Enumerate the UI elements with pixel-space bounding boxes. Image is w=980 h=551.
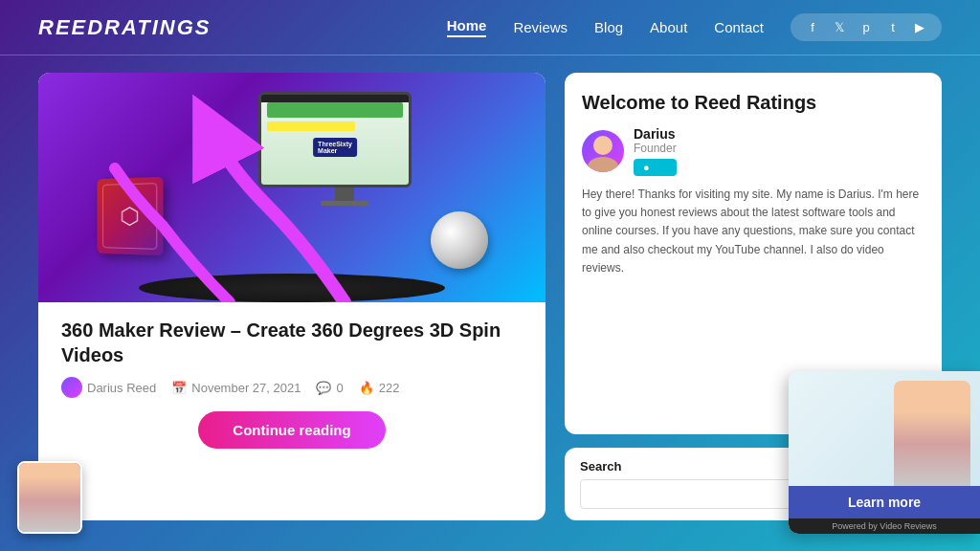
view-count: 222 bbox=[379, 381, 400, 395]
author-info: Darius Founder ● bbox=[634, 126, 677, 176]
floating-thumbnail[interactable] bbox=[17, 461, 82, 534]
main-nav: Home Reviews Blog About Contact f 𝕏 p t … bbox=[447, 13, 942, 41]
product-box: ⬡ bbox=[96, 178, 182, 274]
tumblr-icon[interactable]: t bbox=[884, 20, 902, 34]
header: ReedRatings Home Reviews Blog About Cont… bbox=[0, 0, 980, 55]
author-link-button[interactable]: ● bbox=[634, 159, 677, 176]
svg-point-1 bbox=[588, 157, 618, 172]
author-row: Darius Founder ● bbox=[582, 126, 924, 176]
article-body: 360 Maker Review – Create 360 Degrees 3D… bbox=[38, 302, 546, 462]
monitor-base bbox=[321, 201, 368, 206]
continue-reading-button[interactable]: Continue reading bbox=[198, 411, 385, 449]
article-title: 360 Maker Review – Create 360 Degrees 3D… bbox=[61, 318, 523, 367]
author-avatar bbox=[582, 130, 624, 172]
powered-by-label: Powered by Video Reviews bbox=[789, 518, 980, 534]
learn-more-button[interactable]: Learn more bbox=[789, 486, 980, 518]
site-logo[interactable]: ReedRatings bbox=[38, 15, 212, 40]
screen-bar-2 bbox=[267, 121, 355, 131]
nav-reviews[interactable]: Reviews bbox=[513, 19, 568, 35]
nav-home[interactable]: Home bbox=[447, 17, 487, 37]
monitor-screen: ThreeSixtyMaker bbox=[258, 92, 412, 187]
author-avatar-small bbox=[61, 377, 82, 398]
welcome-text: Hey there! Thanks for visiting my site. … bbox=[582, 186, 924, 277]
video-preview bbox=[789, 371, 980, 486]
video-person-image bbox=[894, 381, 970, 486]
nav-contact[interactable]: Contact bbox=[714, 19, 764, 35]
views-icon: 🔥 bbox=[359, 381, 374, 395]
meta-date: 📅 November 27, 2021 bbox=[171, 381, 301, 395]
calendar-icon: 📅 bbox=[171, 381, 187, 395]
article-date: November 27, 2021 bbox=[191, 381, 301, 395]
nav-blog[interactable]: Blog bbox=[594, 19, 623, 35]
comment-icon: 💬 bbox=[316, 381, 331, 395]
facebook-icon[interactable]: f bbox=[804, 20, 821, 34]
screen-bar-1 bbox=[267, 102, 403, 118]
social-icons-bar: f 𝕏 p t ▶ bbox=[791, 13, 942, 41]
threesixty-logo: ThreeSixtyMaker bbox=[313, 138, 357, 157]
meta-author: Darius Reed bbox=[61, 377, 156, 398]
nav-about[interactable]: About bbox=[650, 19, 687, 35]
author-name: Darius Reed bbox=[87, 381, 156, 395]
screen-content: ThreeSixtyMaker bbox=[261, 102, 409, 187]
sidebar-author-name: Darius bbox=[634, 126, 677, 142]
box-face: ⬡ bbox=[98, 177, 164, 256]
welcome-title: Welcome to Reed Ratings bbox=[582, 90, 924, 115]
svg-point-0 bbox=[593, 136, 612, 155]
article-meta: Darius Reed 📅 November 27, 2021 💬 0 🔥 22… bbox=[61, 377, 523, 398]
thumb-person-image bbox=[19, 463, 80, 532]
meta-comments: 💬 0 bbox=[316, 381, 343, 395]
meta-views: 🔥 222 bbox=[359, 381, 400, 395]
twitter-icon[interactable]: 𝕏 bbox=[831, 20, 848, 34]
monitor-stand bbox=[335, 187, 354, 201]
youtube-icon[interactable]: ▶ bbox=[911, 20, 928, 34]
video-widget[interactable]: Learn more Powered by Video Reviews bbox=[789, 371, 980, 534]
box-icon: ⬡ bbox=[120, 203, 140, 230]
display-platform bbox=[139, 274, 445, 302]
avatar-image bbox=[582, 130, 624, 172]
sidebar-author-role: Founder bbox=[634, 142, 677, 155]
camera-sphere bbox=[431, 211, 488, 269]
pinterest-icon[interactable]: p bbox=[858, 20, 875, 34]
comment-count: 0 bbox=[336, 381, 343, 395]
article-card: ThreeSixtyMaker ⬡ bbox=[38, 73, 546, 520]
article-image: ThreeSixtyMaker ⬡ bbox=[38, 73, 546, 302]
product-monitor: ThreeSixtyMaker bbox=[258, 92, 431, 216]
